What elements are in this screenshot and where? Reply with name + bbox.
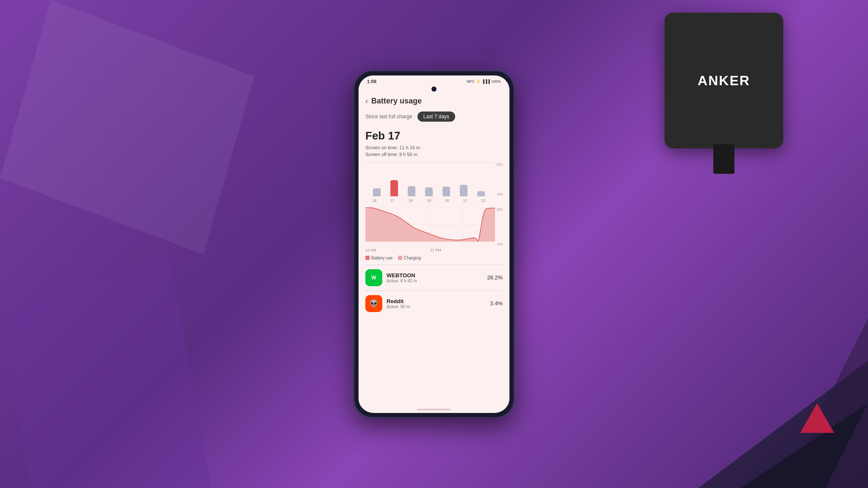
app-item-webtoon[interactable]: W WEBTOON Active: 8 h 42 m 28.2% [365,265,503,290]
bar-group-18 [404,165,419,196]
tab-since-last-charge[interactable]: Since last full charge [365,114,412,120]
x-label-22: 22 [481,198,485,203]
reddit-info: Reddit Active: 50 m [387,298,486,309]
bar-chart-y-min: 0% [497,192,503,196]
bar-group-22 [473,165,488,196]
camera-notch [431,86,437,92]
legend-battery-use: Battery use [365,256,393,260]
bar-chart-y-max: 200 [496,162,503,167]
date-heading: Feb 17 [365,126,503,142]
webtoon-percent: 28.2% [487,274,503,281]
x-label-18: 18 [409,198,413,203]
bar-group-19 [422,165,437,196]
bar-21 [460,185,467,196]
tab-selector: Since last full charge Last 7 days [359,109,509,126]
x-label-21: 21 [463,198,467,203]
legend-charging: Charging [398,256,421,260]
anker-logo: ANKER [698,73,750,89]
app-header: ‹ Battery usage [359,93,509,109]
area-chart-y-max: 100 [496,207,503,212]
status-time: 1:08 [367,79,376,84]
back-button[interactable]: ‹ [365,97,368,106]
reddit-percent: 3.4% [490,300,503,307]
geo-shape-1 [0,0,254,254]
x-label-16: 16 [372,198,376,203]
bar-group-16 [370,165,384,196]
nfc-icon: NFC [467,79,475,84]
dark-geo-decoration [656,276,868,488]
time-label-12am: 12 AM [365,248,376,252]
battery-icon: 100% [491,79,501,84]
phone-screen: 1:08 NFC ⚡ ▐▐▐ 100% ‹ Battery usage Sinc… [359,75,509,413]
bar-22 [477,191,485,196]
time-label-12pm: 12 PM [430,248,441,252]
phone: 1:08 NFC ⚡ ▐▐▐ 100% ‹ Battery usage Sinc… [353,70,515,418]
bar-20 [442,187,450,196]
app-item-reddit[interactable]: 👽 Reddit Active: 50 m 3.4% [365,290,503,316]
phone-body: 1:08 NFC ⚡ ▐▐▐ 100% ‹ Battery usage Sinc… [353,70,515,418]
screen-on-info: Screen on time: 11 h 16 m Screen off tim… [365,144,503,158]
bar-19 [425,187,433,196]
tab-last-7-days[interactable]: Last 7 days [417,112,455,122]
bar-18 [408,186,415,196]
legend-battery-label: Battery use [371,256,393,260]
bar-17 [390,180,398,196]
bluetooth-icon: ⚡ [476,79,481,84]
legend-charging-label: Charging [404,256,421,260]
anker-charger: ANKER [665,13,783,148]
area-chart-svg [365,207,495,242]
content-area: Feb 17 Screen on time: 11 h 16 m Screen … [359,126,509,406]
area-chart: 100 0% [365,207,503,254]
status-bar: 1:08 NFC ⚡ ▐▐▐ 100% [359,75,509,86]
bar-16 [373,188,381,196]
legend-battery-dot [365,256,370,260]
x-label-19: 19 [427,198,431,203]
webtoon-name: WEBTOON [387,272,483,279]
camera-area [359,86,509,93]
x-label-20: 20 [445,198,449,203]
geo-shape-2 [0,254,212,488]
page-title: Battery usage [371,97,503,106]
webtoon-icon: W [365,269,382,286]
bar-group-21 [456,165,471,196]
signal-icon: ▐▐▐ [482,79,490,84]
webtoon-info: WEBTOON Active: 8 h 42 m [387,272,483,283]
bar-chart: 200 0% [365,162,503,205]
reddit-active: Active: 50 m [387,304,486,309]
bar-group-20 [439,165,453,196]
reddit-icon-text: 👽 [370,299,378,307]
reddit-icon: 👽 [365,295,382,312]
status-icons: NFC ⚡ ▐▐▐ 100% [467,79,501,84]
bars-area [365,165,492,196]
home-indicator [417,409,451,410]
webtoon-active: Active: 8 h 42 m [387,279,483,283]
legend: Battery use Charging [365,256,503,260]
x-axis: 16 17 18 19 20 21 22 [365,196,492,205]
legend-charging-dot [398,256,402,260]
x-label-17: 17 [390,198,395,203]
reddit-name: Reddit [387,298,486,304]
webtoon-icon-text: W [371,275,376,281]
time-axis: 12 AM 12 PM [365,246,495,254]
area-chart-y-min: 0% [497,242,503,246]
bar-group-17 [387,165,402,196]
